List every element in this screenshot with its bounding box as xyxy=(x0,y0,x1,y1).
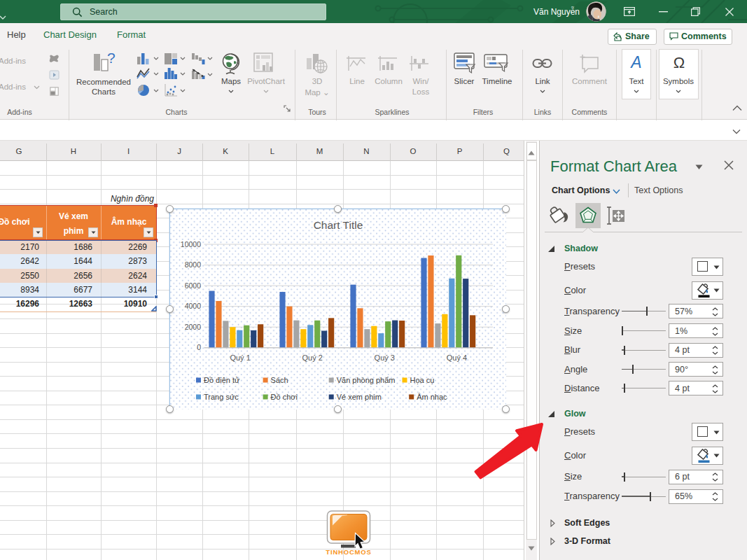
svg-text:Quý 1: Quý 1 xyxy=(230,354,250,362)
svg-text:8000: 8000 xyxy=(185,260,202,269)
svg-text:Văn phòng phẩm: Văn phòng phẩm xyxy=(337,376,396,384)
svg-text:Quý 3: Quý 3 xyxy=(375,354,395,362)
svg-text:4000: 4000 xyxy=(185,302,202,310)
svg-text:Âm nhạc: Âm nhạc xyxy=(417,393,447,401)
svg-text:Sách: Sách xyxy=(271,376,288,384)
svg-text:Vé xem phim: Vé xem phim xyxy=(337,393,382,401)
svg-text:Đồ điện tử: Đồ điện tử xyxy=(204,376,240,384)
svg-text:Chart Title: Chart Title xyxy=(314,219,363,231)
svg-text:10000: 10000 xyxy=(181,240,201,248)
svg-text:2000: 2000 xyxy=(185,323,202,331)
svg-text:6000: 6000 xyxy=(185,281,202,290)
svg-text:Đồ chơi: Đồ chơi xyxy=(271,393,298,401)
svg-text:0: 0 xyxy=(197,343,201,351)
svg-text:Quý 2: Quý 2 xyxy=(302,354,323,362)
svg-text:?: ? xyxy=(107,51,116,66)
svg-text:TINHOCMOS: TINHOCMOS xyxy=(326,548,371,556)
svg-text:Họa cụ: Họa cụ xyxy=(410,376,435,384)
svg-text:Quý 4: Quý 4 xyxy=(447,354,467,362)
svg-text:Trang sức: Trang sức xyxy=(204,393,239,401)
